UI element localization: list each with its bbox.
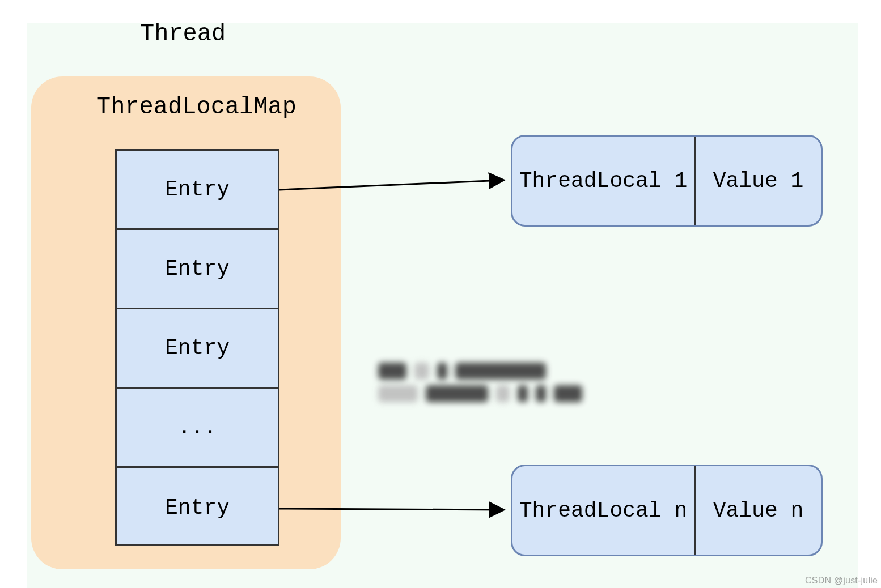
csdn-watermark: CSDN @just-julie <box>805 576 878 586</box>
entry-cell: Entry <box>117 309 278 389</box>
entry-cell: Entry <box>117 151 278 230</box>
entry-cell: Entry <box>117 230 278 309</box>
kv-key: ThreadLocal n <box>512 466 696 555</box>
diagram-canvas: Thread ThreadLocalMap Entry Entry Entry … <box>27 23 858 588</box>
kv-pair: ThreadLocal 1 Value 1 <box>511 135 823 227</box>
entry-table: Entry Entry Entry ... Entry <box>115 149 279 546</box>
kv-value: Value n <box>696 466 821 555</box>
kv-key: ThreadLocal 1 <box>512 137 696 225</box>
thread-title: Thread <box>140 20 226 48</box>
obscured-watermark <box>378 363 582 402</box>
thread-container: ThreadLocalMap Entry Entry Entry ... Ent… <box>31 76 341 569</box>
entry-cell: Entry <box>117 468 278 547</box>
kv-pair: ThreadLocal n Value n <box>511 465 823 556</box>
threadlocalmap-title: ThreadLocalMap <box>96 93 297 121</box>
entry-cell: ... <box>117 389 278 468</box>
kv-value: Value 1 <box>696 137 821 225</box>
